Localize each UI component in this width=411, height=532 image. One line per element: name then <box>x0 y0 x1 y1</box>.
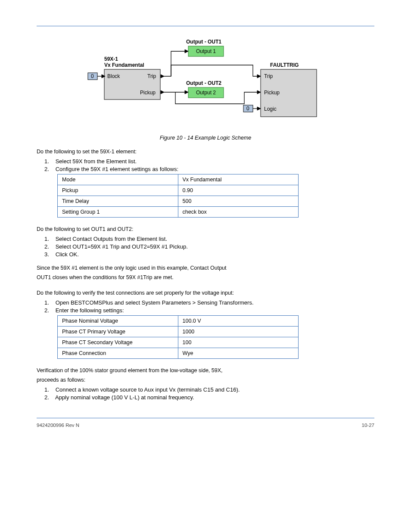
sys-step2-num: 2. <box>44 307 54 314</box>
settings-table-59x: ModeVx Fundamental Pickup0.90 Time Delay… <box>57 174 299 218</box>
figure-caption: Figure 10 - 14 Example Logic Scheme <box>37 135 374 141</box>
v-step1-text: Connect a known voltage source to Aux in… <box>56 386 240 393</box>
out-step3: 3. Click OK. <box>44 251 374 258</box>
explanation-line1: Since the 59X #1 element is the only log… <box>37 265 374 271</box>
footer-left: 9424200996 Rev N <box>37 423 79 428</box>
cell: Vx Fundamental <box>178 174 299 185</box>
v-step1: 1. Connect a known voltage source to Aux… <box>44 386 374 393</box>
sys-step1-num: 1. <box>44 299 54 306</box>
const-zero-a-text: 0 <box>91 73 94 79</box>
out-step2: 2. Select OUT1=59X #1 Trip and OUT2=59X … <box>44 243 374 250</box>
v-step2-num: 2. <box>44 394 54 401</box>
footer-right: 10-27 <box>362 423 374 428</box>
cell: Time Delay <box>58 196 178 207</box>
cell: Phase Nominal Voltage <box>58 316 178 327</box>
port-ft-pickup: Pickup <box>264 90 280 96</box>
cell: Mode <box>58 174 178 185</box>
arrow-pickup-out2 <box>185 90 188 94</box>
label-out2-title: Output - OUT2 <box>186 80 221 86</box>
step1-num: 1. <box>44 158 54 165</box>
label-59x1-line2: Vx Fundamental <box>104 62 144 68</box>
port-block: Block <box>107 73 120 79</box>
cell: 100.0 V <box>178 316 299 327</box>
label-faulttrig-title: FAULTTRIG <box>270 62 299 68</box>
out-step1-text: Select Contact Outputs from the Element … <box>56 236 167 242</box>
cell: Phase Connection <box>58 348 178 359</box>
bottom-divider <box>37 418 374 418</box>
step1: 1. Select 59X from the Element list. <box>44 158 374 165</box>
table-row: Phase Nominal Voltage100.0 V <box>58 316 299 327</box>
wire-trip-ft <box>171 65 257 76</box>
out-step3-num: 3. <box>44 251 54 258</box>
logic-diagram: 59X-1 Vx Fundamental Block Trip Pickup 0… <box>37 35 374 127</box>
settings-table-sensing: Phase Nominal Voltage100.0 V Phase CT Pr… <box>57 315 299 359</box>
label-out1-title: Output - OUT1 <box>186 39 221 45</box>
page-footer: 9424200996 Rev N 10-27 <box>37 423 374 428</box>
top-divider <box>37 26 374 26</box>
v-step2: 2. Apply nominal voltage (100 V L-L) at … <box>44 394 374 401</box>
cell: 100 <box>178 337 299 348</box>
sys-step2-text: Enter the following settings: <box>56 307 124 314</box>
label-59x1-line1: 59X-1 <box>104 56 118 62</box>
table-row: Pickup0.90 <box>58 185 299 196</box>
port-pickup: Pickup <box>140 90 156 96</box>
table-row: Time Delay500 <box>58 196 299 207</box>
page: 59X-1 Vx Fundamental Block Trip Pickup 0… <box>0 0 411 449</box>
arrow-pickup-ft <box>257 90 261 94</box>
cell: 0.90 <box>178 185 299 196</box>
diagram-svg: 59X-1 Vx Fundamental Block Trip Pickup 0… <box>85 35 326 125</box>
wire-trip-out1 <box>164 51 185 76</box>
arrow-trip-out <box>161 75 164 78</box>
cell: 1000 <box>178 327 299 337</box>
port-ft-logic: Logic <box>264 106 277 112</box>
table-row: Phase ConnectionWye <box>58 348 299 359</box>
arrow-trip-ft <box>257 75 261 78</box>
arrow-const-b <box>257 107 261 110</box>
label-output2: Output 2 <box>196 90 216 96</box>
label-output1: Output 1 <box>196 48 216 54</box>
out-step1-num: 1. <box>44 236 54 242</box>
table-row: ModeVx Fundamental <box>58 174 299 185</box>
sys-step2: 2. Enter the following settings: <box>44 307 374 314</box>
sys-step1: 1. Open BESTCOMSPlus and select System P… <box>44 299 374 306</box>
cell: 500 <box>178 196 299 207</box>
v-step2-text: Apply nominal voltage (100 V L-L) at nom… <box>55 394 194 401</box>
step2: 2. Configure the 59X #1 element settings… <box>44 166 374 172</box>
cell: Pickup <box>58 185 178 196</box>
table-row: Phase CT Secondary Voltage100 <box>58 337 299 348</box>
out-step3-text: Click OK. <box>56 251 79 258</box>
step2-text: Configure the 59X #1 element settings as… <box>56 166 178 172</box>
out-step2-num: 2. <box>44 243 54 250</box>
out-step1: 1. Select Contact Outputs from the Eleme… <box>44 236 374 242</box>
intro-outputs: Do the following to set OUT1 and OUT2: <box>37 226 374 232</box>
arrow-trip-out1 <box>185 50 188 53</box>
cell: check box <box>178 207 299 218</box>
table-row: Setting Group 1check box <box>58 207 299 218</box>
const-zero-b-text: 0 <box>246 106 249 112</box>
intro-59x: Do the following to set the 59X-1 elemen… <box>37 149 374 155</box>
cell: Wye <box>178 348 299 359</box>
step2-num: 2. <box>44 166 54 172</box>
step1-text: Select 59X from the Element list. <box>56 158 137 165</box>
verify-intro-1: Verification of the 100% stator ground e… <box>37 367 374 373</box>
explanation-line2: OUT1 closes when the conditions for 59X … <box>37 274 374 280</box>
table-row: Phase CT Primary Voltage1000 <box>58 327 299 337</box>
out-step2-text: Select OUT1=59X #1 Trip and OUT2=59X #1 … <box>56 243 188 250</box>
verify-intro-2: proceeds as follows: <box>37 377 374 383</box>
port-trip: Trip <box>147 73 156 79</box>
sys-step1-text: Open BESTCOMSPlus and select System Para… <box>56 299 254 306</box>
cell: Phase CT Secondary Voltage <box>58 337 178 348</box>
cell: Phase CT Primary Voltage <box>58 327 178 337</box>
port-ft-trip: Trip <box>264 73 273 79</box>
v-step1-num: 1. <box>44 386 54 393</box>
intro-sensing: Do the following to verify the test conn… <box>37 290 374 296</box>
cell: Setting Group 1 <box>58 207 178 218</box>
arrow-pickup-out <box>161 90 164 94</box>
